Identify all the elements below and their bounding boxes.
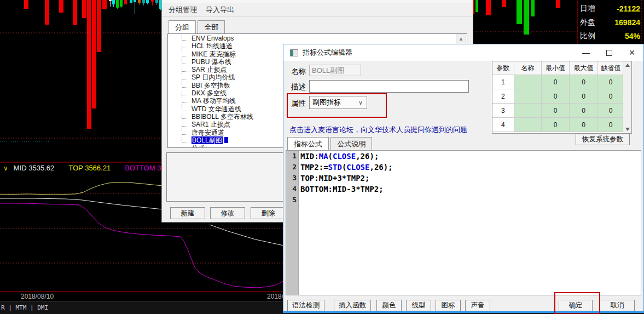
scroll-up-icon[interactable] — [625, 64, 630, 67]
tree-branch-icon — [182, 106, 189, 111]
tree-branch-icon — [182, 51, 189, 56]
cancel-button[interactable]: 取消 — [600, 300, 635, 311]
maximize-icon — [606, 50, 612, 56]
tree-branch-icon — [182, 90, 189, 95]
name-label: 名称 — [291, 67, 306, 77]
tree-branch-icon — [182, 66, 189, 72]
sound-button[interactable]: 声音 — [465, 300, 490, 311]
delete-button[interactable]: 删除 — [251, 207, 286, 219]
code-line[interactable]: TMP2:=STD(CLOSE,26); — [300, 162, 641, 173]
mid-value: 3535.62 — [28, 164, 54, 172]
attr-select[interactable]: 副图指标 ∨ — [309, 96, 367, 109]
new-button[interactable]: 新建 — [170, 207, 205, 219]
tree-branch-icon — [182, 113, 189, 119]
icon-button[interactable]: 图标 — [436, 300, 461, 311]
tree-branch-icon — [182, 145, 189, 148]
attr-label: 属性 — [291, 99, 306, 109]
chevron-down-icon: ∨ — [358, 99, 363, 106]
restore-defaults-button[interactable]: 恢复系统参数 — [576, 134, 630, 145]
close-button[interactable]: × — [620, 44, 643, 61]
param-table: 参数 名称 最小值 最大值 缺省值 1 0 0 0 2 0 0 0 3 — [492, 61, 632, 134]
tab-formula-help[interactable]: 公式说明 — [330, 137, 372, 152]
color-button[interactable]: 颜色 — [376, 300, 402, 311]
tree-branch-icon — [182, 43, 189, 48]
attr-selected-value: 副图指标 — [312, 98, 341, 107]
menu-group-management[interactable]: 分组管理 — [169, 5, 197, 15]
tree-item[interactable]: ENV Envalops — [168, 35, 467, 42]
param-row[interactable]: 3 0 0 0 — [492, 104, 623, 118]
tab-all[interactable]: 全部 — [198, 20, 225, 35]
menu-import-export[interactable]: 导入导出 — [206, 5, 234, 15]
text-cursor — [224, 137, 228, 143]
indicator-shortcut-list[interactable]: R | MTM | DMI — [1, 304, 48, 311]
param-row[interactable]: 1 0 0 0 — [492, 75, 623, 89]
desc-input[interactable] — [309, 80, 469, 93]
dialog-title: 指标公式编辑器 — [303, 48, 352, 58]
line-style-button[interactable]: 线型 — [406, 300, 431, 311]
date-label: 2018/ — [267, 293, 283, 300]
editor-tabs: 指标公式 公式说明 — [287, 137, 372, 152]
market-row: 日增-21122 — [580, 2, 640, 15]
tree-branch-icon — [182, 137, 189, 142]
syntax-check-button[interactable]: 语法检测 — [287, 300, 324, 311]
formula-code-editor[interactable]: 1 2 3 4 5 MID:MA(CLOSE,26); TMP2:=STD(CL… — [286, 150, 641, 295]
param-row[interactable]: 2 0 0 0 — [492, 89, 623, 104]
desc-label: 描述 — [291, 82, 306, 92]
tree-branch-icon — [182, 121, 189, 127]
top-value: 3566.21 — [85, 164, 111, 172]
chevron-down-icon[interactable]: ∨ — [3, 164, 8, 172]
code-line[interactable]: BOTTOM:MID-3*TMP2; — [300, 184, 641, 195]
top-label: TOP — [68, 164, 83, 172]
editor-titlebar[interactable]: 指标公式编辑器 — × — [283, 44, 643, 61]
param-table-header: 参数 名称 最小值 最大值 缺省值 — [492, 61, 623, 75]
screen: { "background": { "indicator_header": { … — [0, 0, 644, 314]
name-input[interactable] — [309, 65, 361, 76]
code-line[interactable] — [300, 195, 641, 205]
tree-branch-icon — [182, 129, 189, 135]
forum-link[interactable]: 点击进入麦语言论坛，向文华技术人员提问你遇到的问题 — [289, 125, 467, 135]
tree-branch-icon — [182, 59, 189, 64]
tree-branch-icon — [182, 35, 189, 41]
bottom-label: BOTTOM — [125, 164, 155, 172]
scroll-down-icon[interactable] — [625, 128, 630, 131]
market-row: 外盘169824 — [580, 15, 640, 29]
minimize-button[interactable]: — — [575, 44, 597, 61]
code-line[interactable]: TOP:MID+3*TMP2; — [300, 173, 641, 184]
tree-branch-icon — [182, 98, 189, 103]
param-table-scrollbar[interactable] — [623, 61, 631, 133]
modify-button[interactable]: 修改 — [210, 207, 245, 219]
manager-menubar: 分组管理 导入导出 — [162, 3, 473, 17]
tab-formula[interactable]: 指标公式 — [287, 137, 329, 152]
insert-function-button[interactable]: 插入函数 — [334, 300, 371, 311]
param-row[interactable]: 4 0 0 0 — [492, 118, 623, 132]
tab-group[interactable]: 分组 — [169, 20, 196, 35]
mid-label: MID — [14, 164, 27, 172]
code-line[interactable]: MID:MA(CLOSE,26); — [300, 151, 641, 162]
maximize-button[interactable] — [597, 44, 620, 61]
manager-tabs: 分组 全部 — [162, 17, 473, 34]
market-row: 比例54% — [580, 29, 640, 43]
line-number-gutter: 1 2 3 4 5 — [286, 151, 299, 295]
formula-editor-dialog: 指标公式编辑器 — × 名称 描述 属性 副图指标 ∨ 点击进入麦语言论坛，向文… — [283, 44, 644, 313]
tree-branch-icon — [182, 82, 189, 88]
app-icon — [290, 49, 298, 56]
ok-button[interactable]: 确定 — [559, 300, 593, 311]
tree-branch-icon — [182, 74, 189, 79]
date-label: 2018/08/10 — [21, 293, 54, 300]
